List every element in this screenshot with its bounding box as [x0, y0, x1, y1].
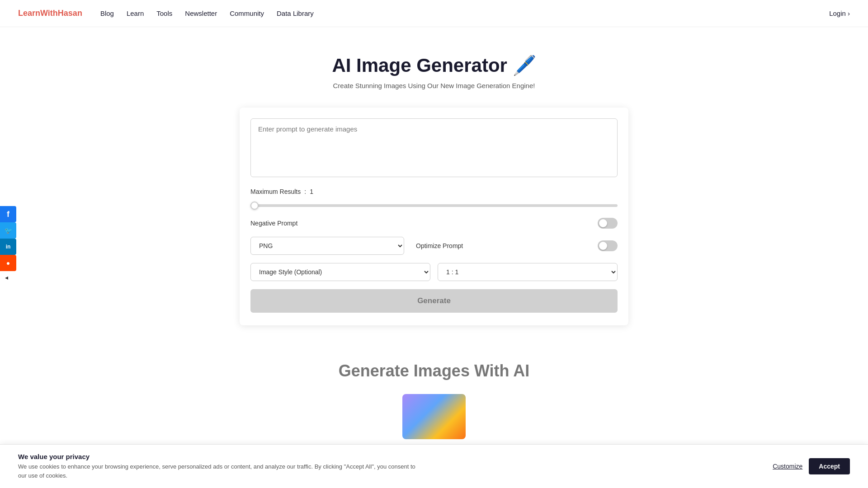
nav-login-button[interactable]: Login ›	[829, 9, 850, 17]
nav-blog[interactable]: Blog	[100, 9, 114, 17]
style-select-wrapper: Image Style (Optional) Photorealistic An…	[250, 263, 430, 281]
main-content: AI Image Generator 🖊️ Create Stunning Im…	[0, 27, 868, 457]
format-select-wrapper: PNG JPG WEBP	[250, 237, 404, 255]
linkedin-icon: in	[6, 244, 11, 250]
optimize-prompt-toggle[interactable]	[598, 240, 618, 251]
logo-prefix: LearnWith	[18, 9, 58, 18]
optimize-prompt-label: Optimize Prompt	[416, 242, 463, 249]
ratio-select[interactable]: 1 : 1 16 : 9 9 : 16 4 : 3	[438, 263, 618, 281]
toggle-thumb	[599, 219, 607, 227]
social-hide-button[interactable]: ◂	[2, 273, 11, 282]
cookie-title: We value your privacy	[18, 453, 425, 457]
bottom-section: Generate Images With AI	[9, 352, 859, 439]
twitter-icon: 🐦	[5, 227, 12, 234]
nav-links: Blog Learn Tools Newsletter Community Da…	[100, 9, 829, 17]
max-results-label: Maximum Results	[250, 188, 301, 195]
negative-prompt-row: Negative Prompt	[250, 218, 618, 229]
optimize-portion: Optimize Prompt	[411, 240, 618, 251]
navbar: LearnWithHasan Blog Learn Tools Newslett…	[0, 0, 868, 27]
facebook-share-button[interactable]: f	[0, 206, 16, 222]
cookie-banner: We value your privacy We use cookies to …	[0, 444, 868, 457]
max-results-value: 1	[310, 188, 313, 195]
nav-community[interactable]: Community	[230, 9, 264, 17]
logo-accent: Hasan	[58, 9, 82, 18]
cookie-text-block: We value your privacy We use cookies to …	[18, 453, 425, 457]
reddit-share-button[interactable]: ●	[0, 255, 16, 271]
nav-newsletter[interactable]: Newsletter	[185, 9, 217, 17]
nav-learn[interactable]: Learn	[127, 9, 144, 17]
social-sidebar: f 🐦 in ● ◂	[0, 206, 16, 282]
page-title: AI Image Generator 🖊️	[9, 54, 859, 76]
ratio-select-wrapper: 1 : 1 16 : 9 9 : 16 4 : 3	[438, 263, 618, 281]
nav-logo[interactable]: LearnWithHasan	[18, 9, 82, 18]
generate-button[interactable]: Generate	[250, 289, 618, 313]
negative-prompt-label: Negative Prompt	[250, 220, 297, 227]
optimize-toggle-thumb	[599, 242, 607, 250]
negative-prompt-toggle[interactable]	[598, 218, 618, 229]
style-select[interactable]: Image Style (Optional) Photorealistic An…	[250, 263, 430, 281]
slider-container	[250, 201, 618, 209]
chevron-left-icon: ◂	[5, 274, 8, 281]
nav-tools[interactable]: Tools	[156, 9, 172, 17]
generator-card: Maximum Results : 1 Negative Prompt PNG …	[240, 108, 628, 325]
format-optimize-row: PNG JPG WEBP Optimize Prompt	[250, 237, 618, 255]
bottom-title: Generate Images With AI	[9, 361, 859, 380]
reddit-icon: ●	[6, 259, 10, 267]
max-results-slider[interactable]	[250, 204, 618, 207]
nav-data-library[interactable]: Data Library	[277, 9, 314, 17]
twitter-share-button[interactable]: 🐦	[0, 222, 16, 239]
linkedin-share-button[interactable]: in	[0, 239, 16, 255]
max-results-separator: :	[304, 188, 306, 195]
style-ratio-row: Image Style (Optional) Photorealistic An…	[250, 263, 618, 281]
image-preview-placeholder	[402, 394, 466, 439]
facebook-icon: f	[7, 210, 9, 219]
format-select[interactable]: PNG JPG WEBP	[250, 237, 404, 255]
max-results-row: Maximum Results : 1	[250, 188, 618, 195]
prompt-textarea[interactable]	[250, 118, 618, 177]
page-subtitle: Create Stunning Images Using Our New Ima…	[9, 82, 859, 89]
